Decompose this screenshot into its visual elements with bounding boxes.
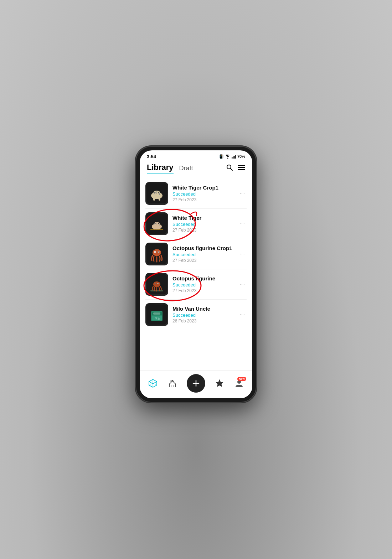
- kennel-nav-item[interactable]: [167, 378, 177, 388]
- item-date: 26 Feb 2023: [172, 319, 234, 324]
- svg-point-39: [159, 254, 160, 255]
- item-thumbnail: [145, 182, 168, 205]
- svg-point-34: [155, 251, 156, 252]
- more-options-button[interactable]: ···: [238, 219, 247, 228]
- svg-point-17: [155, 192, 156, 193]
- vibrate-icon: 📳: [219, 154, 224, 159]
- list-item[interactable]: 字 文 Milo Van Uncle Succeeded 26 Feb 2023…: [140, 300, 252, 330]
- svg-rect-1: [233, 156, 234, 159]
- list-item[interactable]: White Tiger Crop1 Succeeded 27 Feb 2023 …: [140, 178, 252, 208]
- menu-button[interactable]: [238, 165, 245, 172]
- status-time: 3:54: [147, 154, 156, 159]
- svg-point-43: [153, 281, 160, 287]
- library-tab-label[interactable]: Library: [147, 163, 174, 174]
- svg-rect-15: [153, 197, 155, 201]
- item-info: Octopus figurine Succeeded 27 Feb 2023: [172, 275, 234, 293]
- more-options-button[interactable]: ···: [238, 189, 247, 198]
- more-options-button[interactable]: ···: [238, 249, 247, 259]
- item-title: White Tiger Crop1: [172, 185, 234, 191]
- item-info: Milo Van Uncle Succeeded 26 Feb 2023: [172, 306, 234, 324]
- list-item[interactable]: Octopus figurine Crop1 Succeeded 27 Feb …: [140, 239, 252, 269]
- battery-percent: 70%: [237, 154, 245, 159]
- library-nav-item[interactable]: [148, 378, 158, 388]
- svg-rect-29: [154, 227, 155, 229]
- item-thumbnail: [145, 212, 168, 235]
- item-status: Succeeded: [172, 222, 234, 227]
- status-bar: 3:54 📳 70%: [140, 150, 252, 161]
- item-info: White Tiger Crop1 Succeeded 27 Feb 2023: [172, 185, 234, 202]
- svg-point-28: [158, 223, 159, 224]
- item-thumbnail: [145, 273, 168, 296]
- item-status: Succeeded: [172, 191, 234, 197]
- search-button[interactable]: [226, 164, 233, 173]
- item-thumbnail: [145, 243, 168, 265]
- items-list: White Tiger Crop1 Succeeded 27 Feb 2023 …: [140, 177, 252, 370]
- profile-badge: New: [237, 377, 246, 381]
- item-title: Octopus figurine: [172, 275, 234, 281]
- nav-bar: Library Draft: [140, 161, 252, 177]
- item-status: Succeeded: [172, 252, 234, 257]
- draft-tab-label[interactable]: Draft: [179, 165, 193, 172]
- add-button[interactable]: [187, 374, 205, 393]
- item-title: White Tiger: [172, 215, 234, 221]
- svg-point-37: [154, 254, 155, 255]
- list-item[interactable]: Octopus figurine Succeeded 27 Feb 2023 ·…: [140, 269, 252, 299]
- svg-point-38: [156, 255, 158, 256]
- item-title: Octopus figurine Crop1: [172, 245, 234, 251]
- item-status: Succeeded: [172, 282, 234, 288]
- svg-rect-3: [235, 155, 236, 159]
- item-date: 27 Feb 2023: [172, 228, 234, 233]
- svg-point-18: [158, 192, 159, 193]
- svg-text:字: 字: [155, 317, 158, 320]
- more-options-button[interactable]: ···: [238, 310, 247, 319]
- svg-line-5: [231, 169, 233, 171]
- svg-rect-16: [159, 197, 160, 201]
- profile-nav-item[interactable]: New: [234, 378, 244, 388]
- status-right-icons: 📳 70%: [219, 154, 245, 159]
- svg-point-45: [155, 283, 156, 284]
- svg-point-47: [158, 283, 159, 284]
- svg-text:文: 文: [158, 317, 160, 320]
- more-options-button[interactable]: ···: [238, 280, 247, 289]
- item-title: Milo Van Uncle: [172, 306, 234, 312]
- svg-rect-51: [153, 312, 160, 315]
- svg-point-27: [155, 223, 156, 224]
- item-thumbnail: 字 文: [145, 303, 168, 326]
- svg-rect-2: [234, 156, 235, 159]
- signal-icon: [232, 155, 236, 159]
- svg-rect-0: [232, 157, 233, 159]
- bottom-nav: New: [140, 370, 252, 398]
- item-status: Succeeded: [172, 312, 234, 318]
- favorites-nav-item[interactable]: [215, 378, 225, 388]
- item-info: Octopus figurine Crop1 Succeeded 27 Feb …: [172, 245, 234, 263]
- item-date: 27 Feb 2023: [172, 197, 234, 202]
- svg-rect-30: [158, 227, 160, 229]
- svg-point-36: [158, 251, 159, 252]
- item-info: White Tiger Succeeded 27 Feb 2023: [172, 215, 234, 233]
- item-date: 27 Feb 2023: [172, 258, 234, 263]
- wifi-icon: [225, 155, 230, 159]
- item-date: 27 Feb 2023: [172, 288, 234, 293]
- list-item[interactable]: White Tiger Succeeded 27 Feb 2023 ···: [140, 209, 252, 239]
